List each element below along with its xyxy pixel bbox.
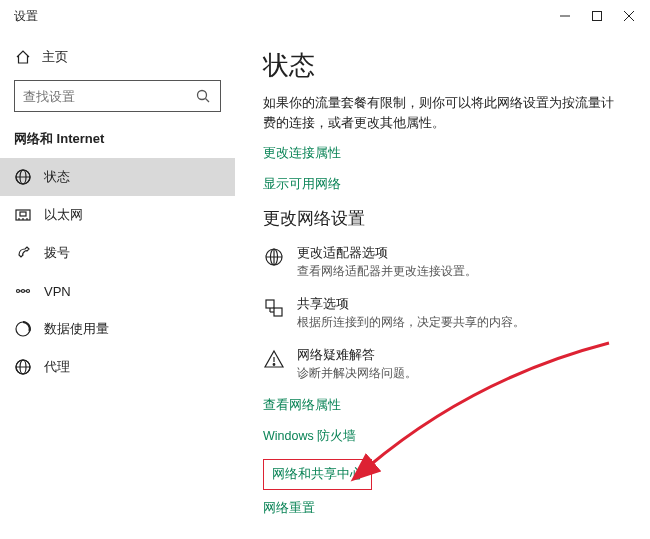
- troubleshoot-icon: [263, 348, 285, 370]
- svg-point-4: [198, 91, 207, 100]
- svg-rect-9: [20, 212, 26, 216]
- data-usage-icon: [14, 320, 32, 338]
- option-sub: 诊断并解决网络问题。: [297, 366, 417, 381]
- status-icon: [14, 168, 32, 186]
- option-label: 网络疑难解答: [297, 346, 417, 364]
- sidebar-item-label: 数据使用量: [44, 320, 109, 338]
- sidebar-item-vpn[interactable]: VPN: [0, 272, 235, 310]
- link-show-networks[interactable]: 显示可用网络: [263, 176, 626, 193]
- link-firewall[interactable]: Windows 防火墙: [263, 428, 626, 445]
- search-box[interactable]: [14, 80, 221, 112]
- titlebar: 设置: [0, 0, 650, 32]
- sidebar-item-label: 拨号: [44, 244, 70, 262]
- sidebar-item-proxy[interactable]: 代理: [0, 348, 235, 386]
- option-label: 共享选项: [297, 295, 525, 313]
- sidebar-item-data-usage[interactable]: 数据使用量: [0, 310, 235, 348]
- description-text: 如果你的流量套餐有限制，则你可以将此网络设置为按流量计费的连接，或者更改其他属性…: [263, 93, 626, 133]
- maximize-button[interactable]: [590, 9, 604, 23]
- option-troubleshoot[interactable]: 网络疑难解答 诊断并解决网络问题。: [263, 346, 626, 381]
- sharing-icon: [263, 297, 285, 319]
- content: 状态 如果你的流量套餐有限制，则你可以将此网络设置为按流量计费的连接，或者更改其…: [235, 32, 650, 539]
- annotation-highlight-box: 网络和共享中心: [263, 459, 372, 490]
- option-adapter[interactable]: 更改适配器选项 查看网络适配器并更改连接设置。: [263, 244, 626, 279]
- svg-point-13: [17, 290, 20, 293]
- sidebar-item-ethernet[interactable]: 以太网: [0, 196, 235, 234]
- svg-rect-1: [593, 12, 602, 21]
- svg-rect-24: [274, 308, 282, 316]
- home-icon: [14, 48, 32, 66]
- window-title: 设置: [14, 8, 38, 25]
- dialup-icon: [14, 244, 32, 262]
- sidebar-item-label: 以太网: [44, 206, 83, 224]
- minimize-button[interactable]: [558, 9, 572, 23]
- sidebar: 主页 网络和 Internet 状态 以太网 拨号 VPN: [0, 32, 235, 539]
- ethernet-icon: [14, 206, 32, 224]
- svg-rect-23: [266, 300, 274, 308]
- page-title: 状态: [263, 48, 626, 83]
- adapter-icon: [263, 246, 285, 268]
- link-change-connection[interactable]: 更改连接属性: [263, 145, 626, 162]
- sidebar-item-dialup[interactable]: 拨号: [0, 234, 235, 272]
- search-icon: [194, 87, 212, 105]
- sidebar-item-label: 状态: [44, 168, 70, 186]
- section-title: 网络和 Internet: [0, 126, 235, 158]
- option-sub: 根据所连接到的网络，决定要共享的内容。: [297, 315, 525, 330]
- svg-point-15: [27, 290, 30, 293]
- sidebar-item-label: 代理: [44, 358, 70, 376]
- svg-line-5: [206, 99, 210, 103]
- option-sub: 查看网络适配器并更改连接设置。: [297, 264, 477, 279]
- svg-point-14: [22, 290, 25, 293]
- vpn-icon: [14, 282, 32, 300]
- option-sharing[interactable]: 共享选项 根据所连接到的网络，决定要共享的内容。: [263, 295, 626, 330]
- sidebar-item-status[interactable]: 状态: [0, 158, 235, 196]
- home-button[interactable]: 主页: [0, 42, 235, 76]
- svg-point-28: [273, 364, 275, 366]
- link-view-properties[interactable]: 查看网络属性: [263, 397, 626, 414]
- search-input[interactable]: [23, 89, 183, 104]
- link-network-reset[interactable]: 网络重置: [263, 500, 626, 517]
- window-controls: [558, 9, 642, 23]
- nav-list: 状态 以太网 拨号 VPN 数据使用量 代理: [0, 158, 235, 386]
- home-label: 主页: [42, 48, 68, 66]
- close-button[interactable]: [622, 9, 636, 23]
- link-network-sharing-center[interactable]: 网络和共享中心: [264, 460, 371, 489]
- option-label: 更改适配器选项: [297, 244, 477, 262]
- section-heading: 更改网络设置: [263, 207, 626, 230]
- proxy-icon: [14, 358, 32, 376]
- sidebar-item-label: VPN: [44, 284, 71, 299]
